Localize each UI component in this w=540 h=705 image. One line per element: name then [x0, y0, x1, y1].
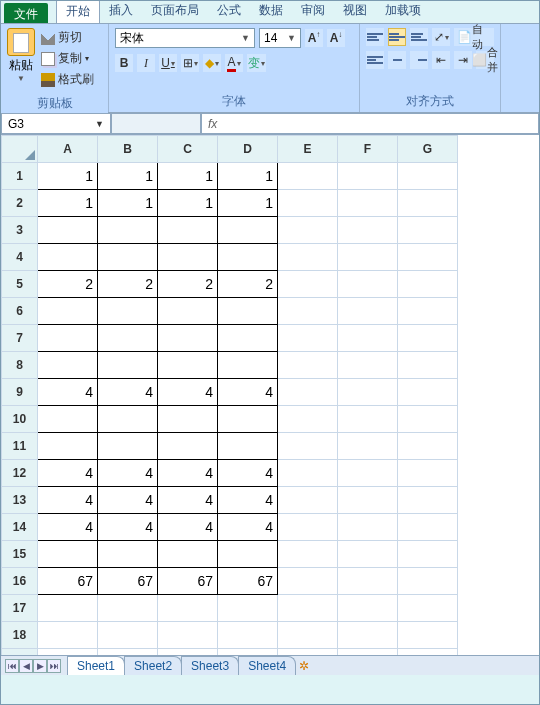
cell-E12[interactable] [278, 460, 338, 487]
row-header-10[interactable]: 10 [2, 406, 38, 433]
cell-B10[interactable] [98, 406, 158, 433]
cell-A3[interactable] [38, 217, 98, 244]
cell-B9[interactable]: 4 [98, 379, 158, 406]
cell-D1[interactable]: 1 [218, 163, 278, 190]
font-name-combo[interactable]: 宋体▼ [115, 28, 255, 48]
cell-F1[interactable] [338, 163, 398, 190]
cell-C8[interactable] [158, 352, 218, 379]
cell-G6[interactable] [398, 298, 458, 325]
cell-G14[interactable] [398, 514, 458, 541]
cell-A8[interactable] [38, 352, 98, 379]
cell-E6[interactable] [278, 298, 338, 325]
row-header-12[interactable]: 12 [2, 460, 38, 487]
orientation-button[interactable]: ⤢▾ [432, 28, 450, 46]
border-button[interactable]: ⊞▾ [181, 54, 199, 72]
cell-D5[interactable]: 2 [218, 271, 278, 298]
cell-B18[interactable] [98, 622, 158, 649]
cell-F3[interactable] [338, 217, 398, 244]
cell-G16[interactable] [398, 568, 458, 595]
cell-E15[interactable] [278, 541, 338, 568]
nav-next-button[interactable]: ▶ [33, 659, 47, 673]
row-header-14[interactable]: 14 [2, 514, 38, 541]
menu-数据[interactable]: 数据 [250, 0, 292, 23]
row-header-11[interactable]: 11 [2, 433, 38, 460]
cell-F14[interactable] [338, 514, 398, 541]
nav-prev-button[interactable]: ◀ [19, 659, 33, 673]
cell-F8[interactable] [338, 352, 398, 379]
cell-C4[interactable] [158, 244, 218, 271]
sheet-tab-Sheet2[interactable]: Sheet2 [124, 656, 182, 675]
row-header-1[interactable]: 1 [2, 163, 38, 190]
cell-F17[interactable] [338, 595, 398, 622]
cell-F15[interactable] [338, 541, 398, 568]
cell-D17[interactable] [218, 595, 278, 622]
cell-B2[interactable]: 1 [98, 190, 158, 217]
cell-G1[interactable] [398, 163, 458, 190]
cell-E7[interactable] [278, 325, 338, 352]
decrease-font-button[interactable]: A [327, 29, 345, 47]
cell-B1[interactable]: 1 [98, 163, 158, 190]
cell-E3[interactable] [278, 217, 338, 244]
phonetic-button[interactable]: 变▾ [247, 54, 266, 72]
menu-加载项[interactable]: 加载项 [376, 0, 430, 23]
cell-F6[interactable] [338, 298, 398, 325]
align-bottom-button[interactable] [410, 28, 428, 46]
cell-D7[interactable] [218, 325, 278, 352]
cell-G15[interactable] [398, 541, 458, 568]
sheet-tab-Sheet3[interactable]: Sheet3 [181, 656, 239, 675]
cell-C9[interactable]: 4 [158, 379, 218, 406]
row-header-17[interactable]: 17 [2, 595, 38, 622]
cell-C13[interactable]: 4 [158, 487, 218, 514]
menu-视图[interactable]: 视图 [334, 0, 376, 23]
cell-B3[interactable] [98, 217, 158, 244]
cell-B8[interactable] [98, 352, 158, 379]
cell-E5[interactable] [278, 271, 338, 298]
cell-A14[interactable]: 4 [38, 514, 98, 541]
cell-A6[interactable] [38, 298, 98, 325]
cell-A5[interactable]: 2 [38, 271, 98, 298]
merge-button[interactable]: ⬜合并 [476, 51, 494, 69]
cell-D8[interactable] [218, 352, 278, 379]
cell-C17[interactable] [158, 595, 218, 622]
increase-font-button[interactable]: A [305, 29, 323, 47]
align-middle-button[interactable] [388, 28, 406, 46]
row-header-13[interactable]: 13 [2, 487, 38, 514]
cell-D13[interactable]: 4 [218, 487, 278, 514]
cell-F18[interactable] [338, 622, 398, 649]
cell-B7[interactable] [98, 325, 158, 352]
align-right-button[interactable] [410, 51, 428, 69]
row-header-16[interactable]: 16 [2, 568, 38, 595]
menu-审阅[interactable]: 审阅 [292, 0, 334, 23]
cell-E11[interactable] [278, 433, 338, 460]
cell-B16[interactable]: 67 [98, 568, 158, 595]
cell-C6[interactable] [158, 298, 218, 325]
cell-D10[interactable] [218, 406, 278, 433]
row-header-3[interactable]: 3 [2, 217, 38, 244]
cell-G2[interactable] [398, 190, 458, 217]
cell-G12[interactable] [398, 460, 458, 487]
format-painter-button[interactable]: 格式刷 [39, 70, 96, 89]
cell-D3[interactable] [218, 217, 278, 244]
align-left-button[interactable] [366, 51, 384, 69]
cell-A1[interactable]: 1 [38, 163, 98, 190]
cell-A12[interactable]: 4 [38, 460, 98, 487]
menu-插入[interactable]: 插入 [100, 0, 142, 23]
cell-E10[interactable] [278, 406, 338, 433]
cell-B12[interactable]: 4 [98, 460, 158, 487]
cell-A2[interactable]: 1 [38, 190, 98, 217]
cell-C15[interactable] [158, 541, 218, 568]
cell-D14[interactable]: 4 [218, 514, 278, 541]
cell-F12[interactable] [338, 460, 398, 487]
cell-G17[interactable] [398, 595, 458, 622]
cell-B13[interactable]: 4 [98, 487, 158, 514]
cell-A17[interactable] [38, 595, 98, 622]
cell-F2[interactable] [338, 190, 398, 217]
cell-F10[interactable] [338, 406, 398, 433]
row-header-4[interactable]: 4 [2, 244, 38, 271]
cell-F11[interactable] [338, 433, 398, 460]
nav-first-button[interactable]: ⏮ [5, 659, 19, 673]
cell-C16[interactable]: 67 [158, 568, 218, 595]
cell-F7[interactable] [338, 325, 398, 352]
font-color-button[interactable]: A▾ [225, 54, 243, 72]
cell-C14[interactable]: 4 [158, 514, 218, 541]
